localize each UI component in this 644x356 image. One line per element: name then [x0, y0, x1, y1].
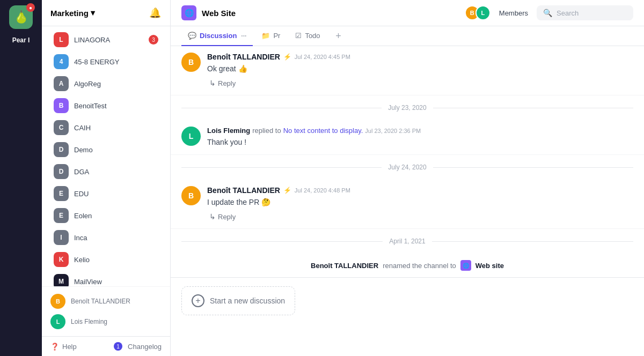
- message-text-3: I update the PR 🤔: [207, 197, 633, 208]
- new-discussion-label: Start a new discussion: [210, 296, 285, 305]
- pr-label: Pr: [273, 32, 280, 40]
- channel-avatar-demo: D: [54, 142, 69, 157]
- recent-user-2[interactable]: L Lois Fleming: [42, 312, 170, 332]
- channel-avatar-algoreg: A: [54, 76, 69, 91]
- replied-link-2[interactable]: No text content to display.: [283, 127, 363, 135]
- channel-avatar-kelio: K: [54, 252, 69, 267]
- message-1: B Benoît TALLANDIER ⚡ Jul 24, 2020 4:45 …: [171, 46, 644, 95]
- header-left: 🌐 Web Site: [181, 5, 236, 20]
- recent-section: B Benoît TALLANDIER L Lois Fleming: [42, 286, 170, 336]
- message-bolt-1: ⚡: [283, 53, 291, 61]
- channel-header: Marketing ▾ 🔔: [42, 0, 170, 26]
- message-body-1: Benoît TALLANDIER ⚡ Jul 24, 2020 4:45 PM…: [207, 53, 633, 88]
- tab-pr[interactable]: 📁 Pr: [255, 26, 287, 46]
- channel-avatar-45-8: 4: [54, 54, 69, 69]
- channel-avatar-inca: I: [54, 230, 69, 245]
- main-content: 🌐 Web Site B L Members 🔍 💬 Discussion ··…: [171, 0, 644, 356]
- channel-label-edu: EDU: [74, 190, 158, 198]
- channel-avatar-mailview: M: [54, 274, 69, 286]
- message-2: L Lois Fleming replied to No text conten…: [171, 120, 644, 155]
- messages-area[interactable]: B Benoît TALLANDIER ⚡ Jul 24, 2020 4:45 …: [171, 46, 644, 356]
- workspace-sidebar: 🍐 ● Pear I: [0, 0, 42, 356]
- system-message-rename: Benoît TALLANDIER renamed the channel to…: [171, 254, 644, 277]
- channel-item-linagora[interactable]: L LINAGORA 3: [45, 29, 167, 50]
- todo-label: Todo: [305, 32, 320, 40]
- recent-user-1[interactable]: B Benoît TALLANDIER: [42, 291, 170, 312]
- changelog-badge: 1: [114, 342, 122, 351]
- message-body-2: Lois Fleming replied to No text content …: [207, 127, 633, 148]
- replied-author-2: Lois Fleming: [207, 127, 250, 135]
- channel-item-caih[interactable]: C CAIH: [45, 117, 167, 138]
- message-time-2: Jul 23, 2020 2:36 PM: [365, 128, 421, 134]
- channel-item-benoittest[interactable]: B BenoitTest: [45, 95, 167, 116]
- channel-label-algoreg: AlgoReg: [74, 80, 158, 88]
- channel-item-algoreg[interactable]: A AlgoReg: [45, 73, 167, 94]
- channel-item-45-8-energy[interactable]: 4 45-8 ENERGY: [45, 51, 167, 72]
- channel-item-demo[interactable]: D Demo: [45, 139, 167, 160]
- date-divider-april2021: April 1, 2021: [171, 229, 644, 254]
- message-header-3: Benoît TALLANDIER ⚡ Jul 24, 2020 4:48 PM: [207, 186, 633, 195]
- reply-button-3[interactable]: ↳ Reply: [207, 211, 633, 222]
- message-author-3: Benoît TALLANDIER: [207, 186, 280, 195]
- recent-name-2: Lois Fleming: [71, 318, 107, 325]
- channel-label-dga: DGA: [74, 168, 158, 176]
- reply-label-3: Reply: [218, 213, 236, 221]
- pear-badge: ●: [26, 3, 35, 12]
- new-discussion-icon: +: [192, 294, 204, 307]
- help-icon: ❓: [50, 343, 59, 351]
- help-button[interactable]: ❓ Help: [50, 343, 77, 351]
- channel-label-caih: CAIH: [74, 124, 158, 132]
- main-header: 🌐 Web Site B L Members 🔍: [171, 0, 644, 26]
- message-text-1: Ok great 👍: [207, 63, 633, 75]
- new-discussion-button[interactable]: + Start a new discussion: [181, 286, 295, 315]
- channel-avatar-dga: D: [54, 164, 69, 179]
- replied-text-2: replied to: [252, 127, 281, 135]
- date-divider-july23: July 23, 2020: [171, 95, 644, 120]
- rename-action: renamed the channel to: [383, 262, 456, 270]
- header-right: B L Members 🔍: [465, 5, 633, 20]
- discussion-more[interactable]: ···: [241, 32, 246, 40]
- channel-label-mailview: MailView: [74, 278, 158, 286]
- discussion-icon: 💬: [188, 32, 196, 40]
- tab-discussion[interactable]: 💬 Discussion ···: [181, 26, 253, 46]
- channel-avatar-edu: E: [54, 186, 69, 201]
- member-avatar-2: L: [475, 5, 491, 20]
- pear-emoji: 🍐: [14, 10, 28, 24]
- notifications-button[interactable]: 🔔: [149, 6, 162, 19]
- pear-label: Pear I: [12, 36, 30, 44]
- message-avatar-1: B: [181, 53, 201, 72]
- tab-todo[interactable]: ☑ Todo: [289, 26, 326, 46]
- message-author-1: Benoît TALLANDIER: [207, 53, 280, 61]
- channel-item-edu[interactable]: E EDU: [45, 183, 167, 204]
- reply-button-1[interactable]: ↳ Reply: [207, 78, 633, 88]
- member-avatars[interactable]: B L: [465, 5, 491, 20]
- add-tab-button[interactable]: +: [331, 28, 346, 43]
- workspace-chevron: ▾: [91, 8, 95, 18]
- system-channel-icon: 🌐: [460, 260, 471, 271]
- members-button[interactable]: Members: [499, 9, 528, 17]
- message-avatar-2: L: [181, 127, 201, 146]
- date-label-july24: July 24, 2020: [388, 164, 426, 171]
- changelog-button[interactable]: 1 Changelog: [114, 342, 162, 351]
- recent-name-1: Benoît TALLANDIER: [71, 298, 130, 305]
- channel-label-eolen: Eolen: [74, 212, 158, 220]
- channel-item-mailview[interactable]: M MailView: [45, 271, 167, 286]
- channel-avatar-benoittest: B: [54, 98, 69, 113]
- channel-icon: 🌐: [181, 5, 196, 20]
- channel-label-demo: Demo: [74, 146, 158, 154]
- workspace-title[interactable]: Marketing ▾: [50, 8, 95, 18]
- reply-label-1: Reply: [218, 79, 236, 87]
- channel-item-inca[interactable]: I Inca: [45, 227, 167, 248]
- message-text-2: Thank you !: [207, 137, 633, 148]
- message-time-3: Jul 24, 2020 4:48 PM: [295, 187, 350, 194]
- search-input[interactable]: [557, 9, 627, 17]
- help-label: Help: [62, 343, 77, 351]
- search-box[interactable]: 🔍: [537, 5, 633, 20]
- channel-item-eolen[interactable]: E Eolen: [45, 205, 167, 226]
- channel-item-kelio[interactable]: K Kelio: [45, 249, 167, 270]
- message-avatar-3: B: [181, 186, 201, 205]
- rename-new-name: Web site: [475, 262, 504, 270]
- pear-workspace-icon[interactable]: 🍐 ●: [9, 5, 33, 29]
- channel-item-dga[interactable]: D DGA: [45, 161, 167, 182]
- channel-badge-linagora: 3: [149, 35, 158, 44]
